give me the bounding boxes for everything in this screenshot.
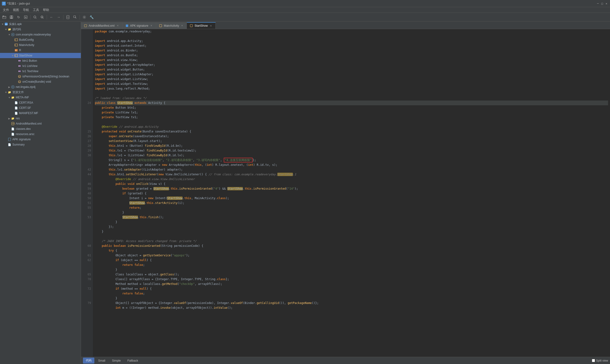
toolbar-save[interactable] — [8, 14, 15, 21]
tab-androidmanifest-close[interactable]: ✕ — [116, 24, 119, 27]
menu-file[interactable]: 文件 — [1, 7, 11, 13]
tree-certsf[interactable]: 📄 CERT.SF — [0, 105, 81, 111]
toolbar-forward[interactable]: → — [55, 14, 62, 21]
bottom-tab-fallback[interactable]: Fallback — [125, 358, 141, 363]
tree-r[interactable]: R R — [0, 48, 81, 53]
code-line-intm: int m = ((Integer) method.invoke(object,… — [95, 305, 608, 310]
tree-certrsa[interactable]: 📄 CERT.RSA — [0, 100, 81, 105]
svg-rect-42 — [126, 25, 128, 27]
ln-blank6 — [83, 53, 91, 58]
tree-netlingala[interactable]: ▶ net.lingala.zip4j — [0, 84, 81, 90]
certrsa-icon: 📄 — [14, 101, 18, 104]
toolbar-decompile[interactable] — [72, 14, 78, 21]
tree-source-label: 源代码 — [13, 27, 21, 31]
tree-classesdex[interactable]: 📄 classes.dex — [0, 126, 81, 131]
code-line-field3: private TextView tv1; — [95, 115, 608, 120]
arrow-source: ▼ — [4, 28, 8, 31]
toolbar-more[interactable]: 🔧 — [88, 14, 95, 21]
maximize-button[interactable]: □ — [600, 2, 604, 5]
svg-text:m: m — [19, 81, 20, 83]
arrow-package: ▼ — [8, 33, 11, 36]
code-editor[interactable]: 24 25 26 27 28 29 30 42 44 46 59 — [81, 29, 610, 357]
apk-icon: apk — [4, 22, 8, 26]
tree-oncreate[interactable]: m onCreate(Bundle) void — [0, 79, 81, 84]
code-line-lv1: this.lv1 = (ListView) findViewById(R.id.… — [95, 153, 608, 158]
tree-startshow[interactable]: ▼ C StartShow — [0, 53, 81, 58]
tree-package[interactable]: ▼ com.example.readeveryday — [0, 32, 81, 37]
code-line-onclick: public void onClick(View v) { — [95, 182, 608, 186]
bottom-tab-simple[interactable]: Simple — [109, 358, 124, 363]
tree-manifestmf[interactable]: 📄 MANIFEST.MF — [0, 111, 81, 116]
tree-lv1[interactable]: f lv1 ListView — [0, 63, 81, 69]
tab-mainactivity-close[interactable]: ✕ — [180, 24, 184, 27]
tree-resourcesarsc[interactable]: 📄 resources.arsc — [0, 131, 81, 137]
startshow-tab-icon — [190, 24, 193, 27]
tree-btn1[interactable]: f btn1 Button — [0, 58, 81, 63]
code-line-brace2: } — [95, 220, 608, 224]
tree-package-label: com.example.readeveryday — [16, 33, 51, 36]
tab-apksig[interactable]: APK signature ✕ — [122, 22, 156, 29]
toolbar-refresh[interactable]: ↻ — [15, 14, 22, 21]
tree-tv1[interactable]: f tv1 TextView — [0, 69, 81, 74]
separator3 — [63, 15, 63, 20]
svg-rect-44 — [190, 25, 193, 27]
tree-ispermission[interactable]: m isPermissionGranted(String) boolean — [0, 74, 81, 79]
toolbar-find[interactable] — [32, 14, 38, 21]
code-line-finish: StartShow.this.finish(); — [95, 215, 608, 220]
code-line-classdef: public class StartShow extends Activity … — [95, 101, 608, 105]
svg-rect-0 — [3, 16, 6, 19]
code-line-setadapter: this.lv1.setAdapter((ListAdapter) adapte… — [95, 167, 608, 172]
code-line-blank3 — [95, 120, 608, 124]
toolbar-back[interactable]: ← — [48, 14, 55, 21]
code-line-brace5: } — [95, 267, 608, 272]
tree-mainactivity[interactable]: C MainActivity — [0, 42, 81, 48]
tree-apk[interactable]: ▼ apk 实操1.apk — [0, 21, 81, 27]
svg-rect-3 — [11, 16, 12, 17]
toolbar-bookmark[interactable] — [65, 14, 71, 21]
toolbar-settings[interactable] — [81, 14, 88, 21]
code-line-granted: boolean granted = StartShow.this.isPermi… — [95, 186, 608, 191]
svg-point-6 — [34, 16, 36, 18]
arrow-startshow: ▼ — [11, 54, 14, 57]
toolbar-export[interactable] — [22, 14, 29, 21]
tab-androidmanifest[interactable]: AndroidManifest.xml ✕ — [81, 22, 122, 29]
tree-apksignature[interactable]: APK signature — [0, 137, 81, 142]
bottom-tab-code[interactable]: 代码 — [83, 358, 94, 364]
tab-apksig-close[interactable]: ✕ — [150, 24, 153, 27]
tree-summary[interactable]: 📄 Summary — [0, 142, 81, 147]
code-content[interactable]: package com.example.readeveryday; import… — [93, 29, 610, 357]
tree-res[interactable]: ▶ 📁 res — [0, 116, 81, 121]
toolbar-find2[interactable]: A — [39, 14, 46, 21]
code-line-import9: import android.widget.ListView; — [95, 77, 608, 81]
tree-source[interactable]: ▼ 📁 源代码 — [0, 27, 81, 32]
ln-24: 24 — [83, 101, 91, 105]
toolbar-open[interactable] — [1, 14, 8, 21]
close-button[interactable]: ✕ — [605, 2, 608, 5]
minimize-button[interactable]: ─ — [596, 2, 599, 5]
svg-text:C: C — [15, 44, 16, 46]
tree-netlingala-label: net.lingala.zip4j — [16, 85, 36, 89]
tree-resources[interactable]: ▼ 📁 资源文件 — [0, 90, 81, 95]
menu-view[interactable]: 视图 — [11, 7, 21, 13]
tree-resourcesarsc-label: resources.arsc — [16, 132, 35, 136]
code-line-import2: import android.content.Intent; — [95, 43, 608, 48]
tree-tv1-label: tv1 TextView — [22, 70, 38, 73]
split-view-checkbox[interactable] — [592, 359, 595, 362]
tree-buildconfig[interactable]: C BuildConfig — [0, 37, 81, 42]
code-line-arrayofobj: Object[] arrayOfObject = {Integer.valueO… — [95, 301, 608, 305]
ln-blank26 — [83, 224, 91, 229]
menu-help[interactable]: 帮助 — [41, 7, 51, 13]
tab-startshow[interactable]: StartShow ✕ — [187, 22, 215, 29]
tree-oncreate-label: onCreate(Bundle) void — [22, 80, 51, 83]
tab-startshow-close[interactable]: ✕ — [209, 24, 213, 27]
code-line-localclass: Class localClass = object.getClass(); — [95, 272, 608, 277]
menu-navigate[interactable]: 导航 — [21, 7, 31, 13]
bottom-tab-smali[interactable]: Smali — [95, 358, 108, 363]
menu-tools[interactable]: 工具 — [31, 7, 41, 13]
ln-blank22 — [83, 162, 91, 167]
tree-metainf[interactable]: ▼ 📁 META-INF — [0, 95, 81, 100]
tree-androidmanifest[interactable]: xml AndroidManifest.xml — [0, 121, 81, 126]
tab-mainactivity[interactable]: MainActivity ✕ — [156, 22, 187, 29]
code-line-annotation: @Override // android.app.Activity — [95, 124, 608, 129]
code-line-ispermission: public boolean isPermissionGranted(Strin… — [95, 244, 608, 248]
